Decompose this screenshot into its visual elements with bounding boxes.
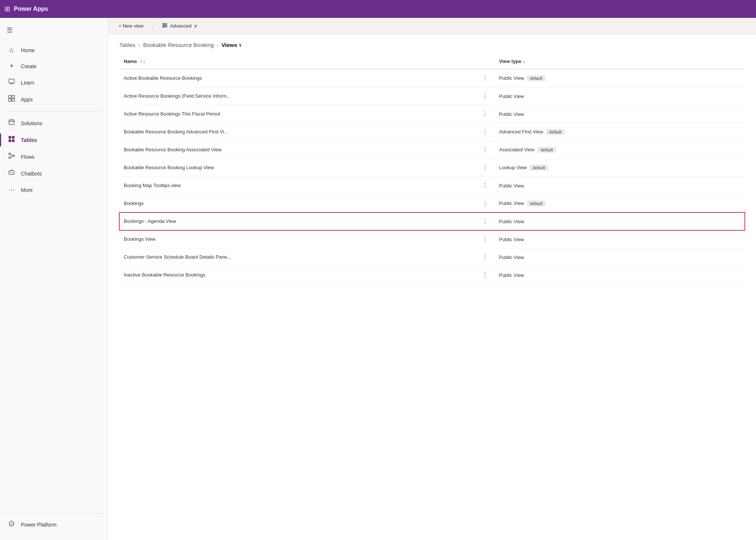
power-platform-icon xyxy=(7,520,16,529)
hamburger-button[interactable]: ☰ xyxy=(4,24,15,37)
row-name-cell: Bookings⋮ xyxy=(119,195,495,212)
advanced-button[interactable]: Advanced ∨ xyxy=(159,21,201,31)
row-name-cell: Active Resource Bookings (Field Service … xyxy=(119,87,495,105)
table-row[interactable]: Active Resource Bookings This Fiscal Per… xyxy=(119,105,745,123)
svg-point-12 xyxy=(9,157,11,159)
sort-icons-name: ↑ ↓ xyxy=(140,59,145,64)
sidebar-item-flows[interactable]: Flows xyxy=(0,149,108,165)
svg-rect-7 xyxy=(12,136,15,139)
svg-rect-8 xyxy=(9,139,11,142)
breadcrumb-current-label: Views xyxy=(221,42,237,48)
sidebar-item-home[interactable]: ⌂ Home xyxy=(0,42,108,58)
table-row[interactable]: Bookings⋮Public Viewdefault xyxy=(119,195,745,212)
more-icon: ··· xyxy=(7,186,16,194)
row-type: Public View xyxy=(499,272,524,278)
table-row[interactable]: Bookings View⋮Public View xyxy=(119,230,745,248)
row-name-cell: Bookable Resource Booking Lookup View⋮ xyxy=(119,159,495,177)
table-body: Active Bookable Resource Bookings⋮Public… xyxy=(119,69,745,284)
row-name-cell: Booking Map Tooltips view⋮ xyxy=(119,177,495,195)
sort-desc-icon: ↓ xyxy=(143,59,146,64)
breadcrumb-tables[interactable]: Tables xyxy=(119,42,135,48)
sidebar-item-more-label: More xyxy=(21,187,33,193)
new-view-button[interactable]: + New view xyxy=(116,22,147,30)
row-more-button[interactable]: ⋮ xyxy=(480,110,490,118)
table-row[interactable]: Booking Map Tooltips view⋮Public View xyxy=(119,177,745,195)
flows-icon xyxy=(7,152,16,161)
toolbar: + New view Advanced ∨ xyxy=(108,18,756,34)
row-type-cell: Public Viewdefault xyxy=(495,69,745,87)
sidebar-item-apps-label: Apps xyxy=(21,97,33,102)
svg-point-17 xyxy=(11,170,12,170)
row-type: Public View xyxy=(499,183,524,189)
toolbar-separator xyxy=(152,22,153,30)
table-row[interactable]: Active Resource Bookings (Field Service … xyxy=(119,87,745,105)
row-type: Public View xyxy=(499,111,524,117)
row-more-button[interactable]: ⋮ xyxy=(480,145,490,154)
learn-icon xyxy=(7,78,16,87)
svg-rect-9 xyxy=(12,139,15,142)
sidebar-item-solutions-label: Solutions xyxy=(21,120,42,126)
sidebar-item-tables[interactable]: Tables xyxy=(0,132,108,148)
sidebar-item-learn[interactable]: Learn xyxy=(0,75,108,91)
sidebar-item-create[interactable]: + Create xyxy=(0,59,108,74)
row-badge: default xyxy=(530,165,548,171)
row-name-cell: Active Resource Bookings This Fiscal Per… xyxy=(119,105,495,123)
table-row[interactable]: Bookings - Agenda View⋮Public View xyxy=(119,212,745,230)
row-type-cell: Public View xyxy=(495,87,745,105)
table-row[interactable]: Customer Service Schedule Board Details … xyxy=(119,248,745,266)
row-more-button[interactable]: ⋮ xyxy=(480,253,490,261)
row-type-cell: Public View xyxy=(495,177,745,195)
svg-point-23 xyxy=(163,26,164,28)
svg-rect-4 xyxy=(12,99,15,101)
row-name-cell: Bookings View⋮ xyxy=(119,230,495,248)
sidebar-item-more[interactable]: ··· More xyxy=(0,182,108,198)
svg-point-10 xyxy=(9,153,11,155)
row-more-button[interactable]: ⋮ xyxy=(480,181,490,190)
table-row[interactable]: Bookable Resource Booking Advanced Find … xyxy=(119,123,745,141)
row-type-cell: Public Viewdefault xyxy=(495,195,745,212)
row-type: Advanced Find View xyxy=(499,129,543,135)
row-more-button[interactable]: ⋮ xyxy=(480,127,490,136)
col-name-header[interactable]: Name ↑ ↓ xyxy=(119,56,495,69)
row-more-button[interactable]: ⋮ xyxy=(480,235,490,243)
row-more-button[interactable]: ⋮ xyxy=(480,199,490,208)
table-row[interactable]: Active Bookable Resource Bookings⋮Public… xyxy=(119,69,745,87)
row-more-button[interactable]: ⋮ xyxy=(480,92,490,100)
views-table: Name ↑ ↓ View type ↓ Active Bookab xyxy=(119,56,745,284)
sidebar-item-power-platform[interactable]: Power Platform xyxy=(0,517,108,533)
waffle-icon[interactable]: ⊞ xyxy=(4,5,10,13)
table-row[interactable]: Bookable Resource Booking Lookup View⋮Lo… xyxy=(119,159,745,177)
table-row[interactable]: Bookable Resource Booking Associated Vie… xyxy=(119,141,745,159)
row-badge: default xyxy=(527,200,545,206)
sidebar-item-flows-label: Flows xyxy=(21,154,35,160)
breadcrumb-sep-2: › xyxy=(217,42,218,48)
breadcrumb-dropdown-icon[interactable]: ∨ xyxy=(239,42,242,48)
svg-point-14 xyxy=(10,172,11,173)
table-row[interactable]: Inactive Bookable Resource Bookings⋮Publ… xyxy=(119,266,745,284)
sidebar-item-solutions[interactable]: Solutions xyxy=(0,115,108,131)
sidebar-item-apps[interactable]: Apps xyxy=(0,91,108,107)
row-type-cell: Public View xyxy=(495,230,745,248)
row-more-button[interactable]: ⋮ xyxy=(480,271,490,279)
col-name-label: Name xyxy=(124,59,137,64)
row-name: Bookable Resource Booking Lookup View xyxy=(124,165,214,170)
row-name-cell: Inactive Bookable Resource Bookings⋮ xyxy=(119,266,495,284)
sidebar-item-chatbots[interactable]: Chatbots xyxy=(0,165,108,181)
row-badge: default xyxy=(538,147,556,153)
row-more-button[interactable]: ⋮ xyxy=(480,74,490,82)
row-more-button[interactable]: ⋮ xyxy=(480,217,490,225)
row-type: Public View xyxy=(499,219,524,224)
breadcrumb-current: Views ∨ xyxy=(221,42,242,48)
svg-rect-5 xyxy=(9,120,14,124)
sidebar-divider-2 xyxy=(6,513,102,514)
sidebar-item-home-label: Home xyxy=(21,47,35,53)
breadcrumb-booking[interactable]: Bookable Resource Booking xyxy=(143,42,214,48)
row-name-cell: Bookings - Agenda View⋮ xyxy=(119,212,495,230)
row-name: Bookable Resource Booking Advanced Find … xyxy=(124,129,228,135)
col-type-header[interactable]: View type ↓ xyxy=(495,56,745,69)
sidebar-item-tables-label: Tables xyxy=(21,137,37,143)
svg-point-22 xyxy=(165,25,167,26)
row-type-cell: Public View xyxy=(495,105,745,123)
row-more-button[interactable]: ⋮ xyxy=(480,163,490,172)
row-name: Inactive Bookable Resource Bookings xyxy=(124,272,205,278)
